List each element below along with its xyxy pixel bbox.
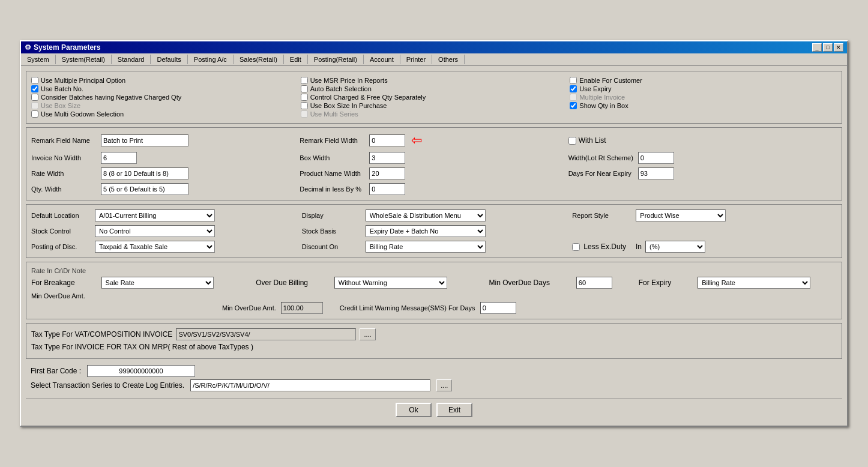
use-multi-godown-checkbox[interactable] (31, 110, 38, 118)
discount-on-select[interactable]: Billing Rate (366, 241, 486, 253)
report-style-select[interactable]: Product Wise (636, 209, 726, 221)
qty-width-label: Qty. Width (31, 185, 97, 193)
rate-width-row: Rate Width (31, 167, 300, 179)
checkbox-use-box-size-purchase: Use Box Size In Purchase (301, 101, 568, 110)
menu-item-standard[interactable]: Standard (112, 55, 151, 64)
control-charged-free-checkbox[interactable] (301, 94, 308, 101)
decimal-less-row: Decimal in less By % (300, 183, 568, 195)
checkbox-use-multi-godown: Use Multi Godown Selection (31, 110, 298, 118)
dropdowns-section: Default Location A/01-Current Billing Di… (26, 204, 842, 258)
product-name-width-input[interactable] (369, 167, 405, 179)
for-expiry-select[interactable]: Billing Rate (698, 277, 810, 289)
stock-control-select[interactable]: No Control (95, 225, 215, 237)
menu-item-edit[interactable]: Edit (284, 55, 308, 64)
remark-field-width-input[interactable] (369, 134, 405, 146)
use-batch-no-checkbox[interactable] (31, 85, 38, 92)
checkbox-auto-batch: Auto Batch Selection (301, 85, 568, 93)
menu-item-sales-retail[interactable]: Sales(Retail) (234, 55, 284, 64)
rate-width-input[interactable] (101, 167, 188, 179)
use-expiry-checkbox[interactable] (570, 85, 577, 92)
menu-item-posting-ac[interactable]: Posting A/c (188, 55, 234, 64)
checkbox-use-msr-price: Use MSR Price In Reports (301, 76, 568, 85)
default-location-label: Default Location (31, 212, 91, 219)
use-msr-price-checkbox[interactable] (301, 77, 308, 84)
over-due-billing-select[interactable]: Without Warning (334, 277, 447, 289)
for-breakage-label: For Breakage (31, 279, 98, 287)
days-near-expiry-label: Days For Near Expiry (568, 170, 634, 177)
display-select[interactable]: WholeSale & Distribution Menu (366, 209, 486, 221)
less-ex-duty-checkbox[interactable] (572, 243, 580, 251)
auto-batch-checkbox[interactable] (301, 85, 308, 92)
exit-button[interactable]: Exit (436, 403, 472, 417)
consider-batches-label: Consider Batches having Negative Charged… (41, 94, 181, 101)
min-overdue-days-label: Min OverDue Days (489, 279, 573, 287)
log-entries-label: Select Transaction Series to Create Log … (31, 381, 184, 390)
control-charged-free-label: Control Charged & Free Qty Separately (310, 94, 426, 101)
days-near-expiry-input[interactable] (638, 167, 674, 179)
rate-section: Rate In Cr\Dr Note For Breakage Sale Rat… (26, 262, 842, 319)
box-width-label: Box Width (300, 154, 366, 161)
show-qty-in-box-checkbox[interactable] (570, 102, 577, 109)
use-msr-price-label: Use MSR Price In Reports (310, 77, 388, 84)
menu-item-defaults[interactable]: Defaults (151, 55, 187, 64)
barcode-row: First Bar Code : (31, 365, 837, 377)
credit-limit-input[interactable] (480, 302, 516, 314)
use-multi-series-checkbox[interactable] (301, 110, 308, 118)
log-entries-button[interactable]: .... (436, 379, 452, 391)
min-overdue-days-input[interactable] (576, 277, 612, 289)
enable-for-customer-checkbox[interactable] (570, 77, 577, 84)
log-entries-input[interactable] (190, 379, 430, 391)
stock-basis-row: Stock Basis Expiry Date + Batch No (302, 225, 567, 237)
invoice-no-width-label: Invoice No Width (31, 154, 97, 161)
first-bar-code-label: First Bar Code : (31, 367, 81, 375)
maximize-button[interactable]: □ (823, 43, 833, 52)
tax-type-vat-button[interactable]: .... (360, 328, 375, 340)
qty-width-input[interactable] (101, 183, 188, 195)
tax-type-invoice-row: Tax Type For INVOICE FOR TAX ON MRP( Res… (31, 343, 837, 351)
menu-bar: System System(Retail) Standard Defaults … (21, 53, 847, 66)
checkbox-col1: Use Multiple Principal Option Use Batch … (31, 76, 298, 118)
checkbox-use-multi-series: Use Multi Series (301, 110, 568, 118)
tax-type-vat-input[interactable] (176, 328, 356, 340)
remark-field-name-row: Remark Field Name (31, 134, 300, 146)
default-location-row: Default Location A/01-Current Billing (31, 209, 296, 221)
product-name-width-row: Product Name Width (300, 167, 568, 179)
bottom-section: First Bar Code : Select Transaction Seri… (26, 363, 842, 399)
rate-width-label: Rate Width (31, 170, 97, 177)
decimal-less-input[interactable] (369, 183, 405, 195)
rate-section-header: Rate In Cr\Dr Note (31, 267, 837, 274)
posting-disc-select[interactable]: Taxpaid & Taxable Sale (95, 241, 215, 253)
use-box-size-purchase-checkbox[interactable] (301, 102, 308, 109)
menu-item-printer[interactable]: Printer (400, 55, 432, 64)
enable-for-customer-label: Enable For Customer (579, 77, 642, 84)
consider-batches-checkbox[interactable] (31, 94, 38, 101)
less-ex-duty-in-select[interactable]: (%) (645, 241, 705, 253)
menu-item-posting-retail[interactable]: Posting(Retail) (308, 55, 364, 64)
invoice-no-width-input[interactable] (101, 152, 137, 164)
menu-item-system[interactable]: System (21, 55, 56, 64)
min-overdue-amt-input[interactable] (281, 302, 323, 314)
use-box-size-checkbox[interactable] (31, 102, 38, 109)
menu-item-others[interactable]: Others (432, 55, 465, 64)
use-multiple-principal-checkbox[interactable] (31, 77, 38, 84)
width-lot-rt-input[interactable] (638, 152, 674, 164)
box-width-input[interactable] (369, 152, 405, 164)
multiple-invoice-checkbox[interactable] (570, 94, 577, 101)
ok-button[interactable]: Ok (396, 403, 432, 417)
for-expiry-label: For Expiry (639, 279, 695, 287)
menu-item-account[interactable]: Account (364, 55, 400, 64)
with-list-checkbox[interactable] (568, 137, 576, 145)
title-bar: ⚙ System Parameters _ □ ✕ (21, 41, 847, 53)
use-multiple-principal-label: Use Multiple Principal Option (41, 77, 125, 84)
less-ex-duty-in-label: In (636, 243, 642, 251)
for-breakage-select[interactable]: Sale Rate (101, 277, 214, 289)
title-bar-buttons: _ □ ✕ (812, 43, 843, 52)
close-button[interactable]: ✕ (834, 43, 843, 52)
discount-on-label: Discount On (302, 243, 362, 250)
first-bar-code-input[interactable] (87, 365, 195, 377)
stock-basis-select[interactable]: Expiry Date + Batch No (366, 225, 486, 237)
default-location-select[interactable]: A/01-Current Billing (95, 209, 215, 221)
menu-item-system-retail[interactable]: System(Retail) (56, 55, 112, 64)
minimize-button[interactable]: _ (812, 43, 822, 52)
remark-field-name-input[interactable] (101, 134, 188, 146)
